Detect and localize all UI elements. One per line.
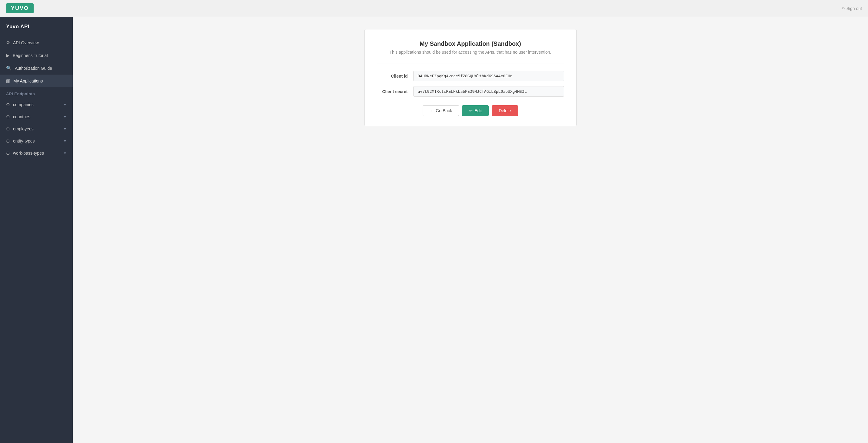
- gear-icon: ⚙: [6, 40, 10, 46]
- arrow-left-icon: ←: [430, 108, 434, 113]
- client-id-value: D4UBNeFZpqKgAvcce5fZ8GQHWltbKd6S5A4e0EUn: [413, 71, 564, 81]
- circle-icon-work-pass-types: ⊙: [6, 150, 10, 156]
- search-icon: 🔍: [6, 65, 12, 71]
- delete-label: Delete: [499, 108, 511, 113]
- edit-label: Edit: [474, 108, 482, 113]
- sidebar-item-work-pass-types[interactable]: ⊙ work-pass-types ▼: [0, 147, 73, 159]
- sidebar-item-beginners-tutorial[interactable]: ▶ Beginner's Tutorial: [0, 49, 73, 62]
- chevron-down-icon: ▼: [63, 139, 67, 143]
- sidebar-item-companies[interactable]: ⊙ companies ▼: [0, 98, 73, 111]
- circle-icon-entity-types: ⊙: [6, 138, 10, 144]
- sidebar-item-label: work-pass-types: [13, 151, 44, 155]
- card-title: My Sandbox Application (Sandbox): [377, 40, 564, 47]
- sign-out-area[interactable]: ⎋ Sign out: [842, 6, 862, 11]
- edit-button[interactable]: ✏ Edit: [462, 105, 489, 116]
- circle-icon-companies: ⊙: [6, 102, 10, 107]
- sidebar-item-label: Authorization Guide: [15, 66, 52, 71]
- sidebar-item-label: API Overview: [13, 40, 39, 45]
- chevron-down-icon: ▼: [63, 151, 67, 155]
- sidebar: Yuvo API ⚙ API Overview ▶ Beginner's Tut…: [0, 17, 73, 443]
- sidebar-item-entity-types[interactable]: ⊙ entity-types ▼: [0, 135, 73, 147]
- play-icon: ▶: [6, 53, 10, 58]
- delete-button[interactable]: Delete: [492, 105, 518, 116]
- pencil-icon: ✏: [469, 108, 473, 113]
- card-subtitle: This applications should be used for acc…: [377, 50, 564, 55]
- circle-icon-countries: ⊙: [6, 114, 10, 119]
- client-secret-value: uv7k92M1RctcRELHkLabME39MJCfAGILBpL0aoUX…: [413, 86, 564, 97]
- go-back-button[interactable]: ← Go Back: [423, 105, 459, 116]
- layout: Yuvo API ⚙ API Overview ▶ Beginner's Tut…: [0, 17, 868, 443]
- sidebar-item-countries[interactable]: ⊙ countries ▼: [0, 111, 73, 123]
- chevron-down-icon: ▼: [63, 115, 67, 119]
- main-content: My Sandbox Application (Sandbox) This ap…: [73, 17, 868, 443]
- client-id-label: Client id: [377, 74, 413, 79]
- sidebar-item-authorization-guide[interactable]: 🔍 Authorization Guide: [0, 62, 73, 75]
- sidebar-item-my-applications[interactable]: ▦ My Applications: [0, 75, 73, 87]
- sidebar-item-api-overview[interactable]: ⚙ API Overview: [0, 36, 73, 49]
- sidebar-item-label: employees: [13, 126, 34, 131]
- sidebar-item-label: Beginner's Tutorial: [13, 53, 48, 58]
- card-actions: ← Go Back ✏ Edit Delete: [377, 105, 564, 116]
- api-endpoints-section-title: API Endpoints: [0, 87, 73, 98]
- client-id-row: Client id D4UBNeFZpqKgAvcce5fZ8GQHWltbKd…: [377, 71, 564, 81]
- client-secret-row: Client secret uv7k92M1RctcRELHkLabME39MJ…: [377, 86, 564, 97]
- sign-out-label: Sign out: [846, 6, 862, 11]
- sidebar-item-label: companies: [13, 102, 34, 107]
- sign-out-icon: ⎋: [842, 6, 845, 11]
- chevron-down-icon: ▼: [63, 103, 67, 107]
- apps-icon: ▦: [6, 78, 10, 84]
- logo: YUVO: [6, 3, 34, 13]
- sidebar-title: Yuvo API: [0, 17, 73, 36]
- chevron-down-icon: ▼: [63, 127, 67, 131]
- sidebar-item-employees[interactable]: ⊙ employees ▼: [0, 123, 73, 135]
- sidebar-item-label: countries: [13, 114, 30, 119]
- sidebar-item-label: My Applications: [13, 79, 43, 83]
- top-header: YUVO ⎋ Sign out: [0, 0, 868, 17]
- card-divider: [377, 63, 564, 63]
- go-back-label: Go Back: [436, 108, 452, 113]
- circle-icon-employees: ⊙: [6, 126, 10, 131]
- application-card: My Sandbox Application (Sandbox) This ap…: [365, 29, 577, 126]
- sidebar-item-label: entity-types: [13, 139, 35, 143]
- client-secret-label: Client secret: [377, 89, 413, 94]
